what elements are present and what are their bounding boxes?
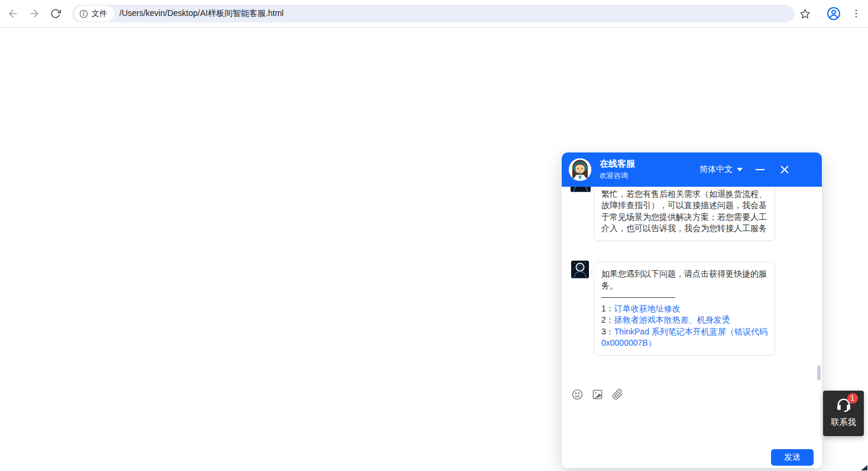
forward-button[interactable] (27, 7, 41, 21)
option-prefix: 1： (601, 304, 614, 313)
message-input[interactable] (565, 407, 745, 441)
quick-option-row: 2：拯救者游戏本散热差、机身发烫 (601, 314, 767, 326)
browser-toolbar: 文件 /Users/kevin/Desktop/AI样板间智能客服.html (0, 0, 868, 28)
resize-corner-artifact (861, 465, 867, 470)
chat-widget-panel: 在线客服 欢迎咨询 简体中文 欢迎咨询！我是智能客服小T！当前人工客 (562, 152, 822, 468)
chevron-down-icon (737, 168, 743, 171)
image-upload-button[interactable] (592, 389, 603, 400)
quick-option-link-thinkpad-bsod[interactable]: ThinkPad 系列笔记本开机蓝屏（错误代码0x0000007B） (601, 327, 767, 348)
close-button[interactable] (778, 163, 791, 176)
bot-avatar (571, 187, 591, 192)
chat-header: 在线客服 欢迎咨询 简体中文 (562, 152, 822, 187)
options-divider: –––––––––––––––– (601, 291, 767, 303)
contact-me-label: 联系我 (831, 417, 856, 428)
close-icon (780, 165, 789, 174)
reload-icon (50, 8, 61, 19)
emoji-icon (572, 389, 583, 400)
kebab-menu-icon (851, 8, 861, 19)
option-prefix: 3： (601, 327, 614, 336)
forward-icon (28, 8, 40, 20)
bookmark-star-button[interactable] (798, 7, 812, 21)
language-selector[interactable]: 简体中文 (699, 152, 743, 187)
input-area: 发送 (562, 381, 822, 468)
minus-icon (756, 169, 765, 170)
message-list[interactable]: 欢迎咨询！我是智能客服小T！当前人工客服繁忙，若您有售后相关需求（如退换货流程、… (562, 187, 822, 382)
scrollbar-thumb[interactable] (817, 365, 821, 381)
send-button[interactable]: 发送 (771, 449, 814, 466)
star-icon (799, 8, 811, 20)
emoji-button[interactable] (572, 389, 583, 400)
quick-option-link-legion-heat[interactable]: 拯救者游戏本散热差、机身发烫 (614, 315, 730, 324)
profile-icon (827, 7, 841, 21)
back-icon (7, 8, 19, 20)
contact-me-button[interactable]: 1 联系我 (823, 391, 864, 436)
bot-message-bubble: 欢迎咨询！我是智能客服小T！当前人工客服繁忙，若您有售后相关需求（如退换货流程、… (594, 187, 775, 241)
paperclip-icon (612, 389, 623, 400)
bot-avatar (571, 261, 589, 278)
minimize-button[interactable] (753, 163, 766, 176)
option-prefix: 2： (601, 315, 614, 324)
unread-badge: 1 (847, 393, 858, 404)
agent-avatar (569, 158, 591, 181)
menu-button[interactable] (849, 7, 863, 21)
back-button[interactable] (6, 7, 20, 21)
chat-subtitle: 欢迎咨询 (600, 171, 628, 181)
language-label: 简体中文 (699, 164, 733, 175)
address-bar[interactable]: 文件 /Users/kevin/Desktop/AI样板间智能客服.html (72, 5, 795, 22)
quick-option-row: 1：订单收获地址修改 (601, 303, 767, 315)
reload-button[interactable] (48, 7, 63, 21)
file-chip-label: 文件 (92, 8, 107, 19)
bot-options-bubble: 如果您遇到以下问题，请点击获得更快捷的服务。 –––––––––––––––– … (594, 262, 775, 356)
profile-button[interactable] (827, 7, 841, 21)
bot-message-text: 欢迎咨询！我是智能客服小T！当前人工客服繁忙，若您有售后相关需求（如退换货流程、… (601, 187, 767, 235)
image-icon (592, 389, 603, 400)
file-scheme-chip[interactable]: 文件 (75, 6, 114, 21)
quick-option-row: 3：ThinkPad 系列笔记本开机蓝屏（错误代码0x0000007B） (601, 326, 767, 349)
options-intro-text: 如果您遇到以下问题，请点击获得更快捷的服务。 (601, 268, 767, 291)
info-icon (79, 9, 88, 18)
attachment-button[interactable] (612, 389, 623, 400)
chat-title: 在线客服 (600, 158, 635, 170)
quick-option-link-address-change[interactable]: 订单收获地址修改 (614, 304, 681, 313)
url-text: /Users/kevin/Desktop/AI样板间智能客服.html (119, 8, 284, 19)
